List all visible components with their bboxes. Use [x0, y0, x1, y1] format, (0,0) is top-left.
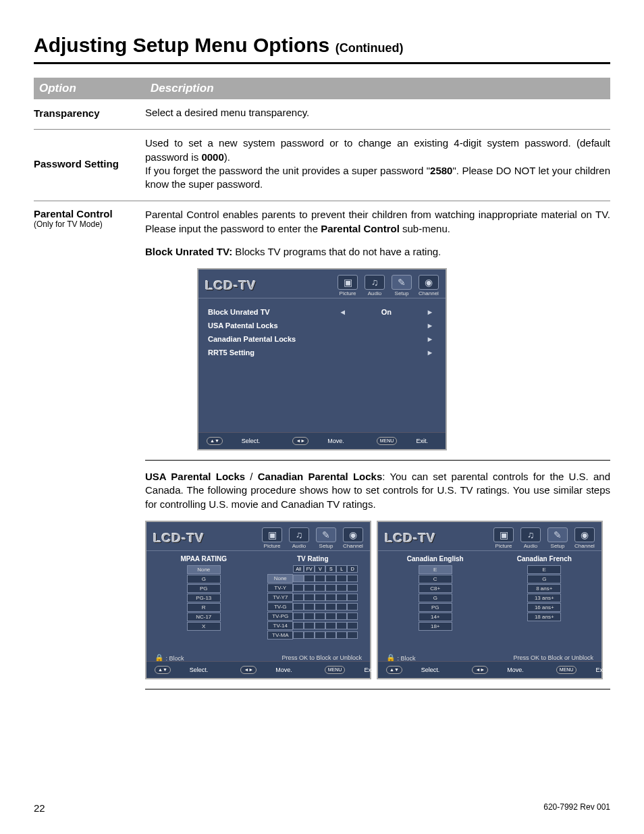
- tv-footer-hints: ▲▼ Select. ◄► Move. MENU Exit.: [378, 661, 601, 678]
- rating-item[interactable]: 8 ans+: [527, 584, 561, 593]
- canadian-english-column: Canadian English E C C8+ G PG 14+ 18+: [383, 555, 487, 647]
- rating-item[interactable]: G: [419, 594, 452, 602]
- divider: [145, 460, 610, 461]
- tv-logo: LCD-TV: [205, 278, 335, 293]
- tab-picture[interactable]: ▣Picture: [491, 527, 516, 549]
- rating-row[interactable]: TV-14: [267, 621, 358, 630]
- channel-icon: ◉: [343, 527, 363, 542]
- tv-menu-usa-locks: LCD-TV ▣Picture ♫Audio ✎Setup ◉Channel M…: [145, 521, 371, 679]
- menu-button-icon: MENU: [556, 666, 577, 674]
- option-name: Password Setting: [34, 158, 119, 170]
- rating-item[interactable]: PG: [419, 603, 452, 612]
- arrow-right-icon: ►: [424, 348, 436, 357]
- tv-header: LCD-TV ▣Picture ♫Audio ✎Setup ◉Channel: [198, 269, 446, 298]
- tab-setup[interactable]: ✎Setup: [545, 527, 570, 549]
- channel-icon: ◉: [574, 527, 595, 542]
- tv-logo: LCD-TV: [153, 531, 259, 546]
- option-row-password: Password Setting Used to set a new syste…: [34, 129, 610, 201]
- leftright-icon: ◄►: [240, 666, 257, 674]
- rating-row[interactable]: TV-Y: [267, 583, 358, 592]
- audio-icon: ♫: [520, 527, 541, 542]
- tab-picture[interactable]: ▣Picture: [335, 275, 360, 296]
- page-title: Adjusting Setup Menu Options (Continued): [34, 34, 610, 64]
- menu-item-block-unrated[interactable]: Block Unrated TV ◄ On ►: [208, 305, 436, 319]
- rating-row[interactable]: TV-Y7: [267, 593, 358, 602]
- block-unrated-text: Block Unrated TV: Blocks TV programs tha…: [145, 245, 610, 259]
- page-footer: 22 620-7992 Rev 001: [34, 802, 610, 814]
- setup-icon: ✎: [392, 275, 412, 290]
- rating-item[interactable]: None: [187, 565, 221, 574]
- menu-button-icon: MENU: [325, 666, 346, 674]
- setup-icon: ✎: [316, 527, 336, 542]
- arrow-right-icon[interactable]: ►: [424, 308, 436, 316]
- option-row-parental: Parental Control (Only for TV Mode) Pare…: [34, 201, 610, 245]
- revision-label: 620-7992 Rev 001: [543, 802, 610, 814]
- tab-setup[interactable]: ✎Setup: [389, 275, 414, 296]
- tv-logo: LCD-TV: [385, 531, 491, 546]
- option-desc: Parental Control enables parents to prev…: [145, 208, 610, 236]
- rating-item[interactable]: NC-17: [187, 613, 221, 621]
- rating-row[interactable]: TV-PG: [267, 612, 358, 621]
- rating-item[interactable]: PG: [187, 584, 221, 593]
- rating-item[interactable]: G: [527, 575, 561, 583]
- tab-audio[interactable]: ♫Audio: [518, 527, 543, 549]
- tv-menu-canadian-locks: LCD-TV ▣Picture ♫Audio ✎Setup ◉Channel C…: [377, 521, 603, 679]
- menu-item-usa-locks[interactable]: USA Patental Locks►: [208, 319, 436, 332]
- rating-item[interactable]: 18 ans+: [527, 613, 561, 621]
- rating-item[interactable]: E: [419, 565, 452, 574]
- menu-item-canadian-locks[interactable]: Canadian Patental Locks►: [208, 332, 436, 346]
- rating-item[interactable]: 14+: [419, 613, 452, 621]
- tab-audio[interactable]: ♫Audio: [286, 527, 312, 549]
- arrow-left-icon[interactable]: ◄: [337, 308, 349, 316]
- rating-item[interactable]: C: [419, 575, 452, 583]
- tab-picture[interactable]: ▣Picture: [259, 527, 285, 549]
- option-desc: Used to set a new system password or to …: [145, 136, 610, 191]
- rating-item[interactable]: PG-13: [187, 594, 221, 602]
- tv-footer-hints: ▲▼ Select. ◄► Move. MENU Exit.: [198, 432, 446, 449]
- rating-row[interactable]: TV-MA: [267, 631, 358, 640]
- tv-rating-column: TV Rating AllFVVSLD None TV-Y TV-Y7 TV-G…: [261, 555, 365, 647]
- option-name: Parental Control: [34, 208, 113, 219]
- options-table-header: Option Description: [34, 78, 610, 99]
- updown-icon: ▲▼: [155, 666, 171, 674]
- tab-audio[interactable]: ♫Audio: [362, 275, 387, 296]
- menu-item-rrt5[interactable]: RRT5 Setting►: [208, 346, 436, 359]
- option-row-transparency: Transparency Select a desired menu trans…: [34, 99, 610, 129]
- rating-item[interactable]: 16 ans+: [527, 603, 561, 612]
- audio-icon: ♫: [365, 275, 385, 290]
- tv-footer-hints: ▲▼ Select. ◄► Move. MENU Exit.: [146, 661, 370, 678]
- rating-item[interactable]: X: [187, 622, 221, 631]
- tab-channel[interactable]: ◉Channel: [416, 275, 441, 296]
- option-desc: Select a desired menu transparency.: [145, 106, 610, 120]
- arrow-right-icon: ►: [424, 321, 436, 330]
- canadian-french-column: Canadian French E G 8 ans+ 13 ans+ 16 an…: [493, 555, 597, 647]
- mpaa-rating-column: MPAA RATING None G PG PG-13 R NC-17 X: [152, 555, 256, 647]
- tab-channel[interactable]: ◉Channel: [340, 527, 366, 549]
- picture-icon: ▣: [338, 275, 358, 290]
- rating-item[interactable]: E: [527, 565, 561, 574]
- rating-item[interactable]: C8+: [419, 584, 452, 593]
- tv-menu-parental: LCD-TV ▣Picture ♫Audio ✎Setup ◉Channel B…: [197, 268, 447, 450]
- rating-item[interactable]: R: [187, 603, 221, 612]
- rating-item[interactable]: G: [187, 575, 221, 583]
- rating-row[interactable]: None: [267, 574, 358, 583]
- header-description: Description: [151, 82, 605, 95]
- header-option: Option: [39, 82, 151, 95]
- picture-icon: ▣: [262, 527, 282, 542]
- rating-item[interactable]: 13 ans+: [527, 594, 561, 602]
- arrow-right-icon: ►: [424, 335, 436, 343]
- audio-icon: ♫: [289, 527, 309, 542]
- updown-icon: ▲▼: [386, 666, 402, 674]
- option-sub: (Only for TV Mode): [34, 219, 140, 229]
- page-number: 22: [34, 802, 45, 814]
- picture-icon: ▣: [493, 527, 514, 542]
- leftright-icon: ◄►: [472, 666, 488, 674]
- usa-locks-text: USA Parental Locks / Canadian Parental L…: [145, 470, 610, 511]
- divider: [145, 689, 610, 689]
- tab-channel[interactable]: ◉Channel: [572, 527, 597, 549]
- option-name: Transparency: [34, 107, 100, 119]
- tv-header: LCD-TV ▣Picture ♫Audio ✎Setup ◉Channel: [146, 522, 370, 551]
- rating-item[interactable]: 18+: [419, 622, 452, 631]
- rating-row[interactable]: TV-G: [267, 602, 358, 611]
- tab-setup[interactable]: ✎Setup: [313, 527, 339, 549]
